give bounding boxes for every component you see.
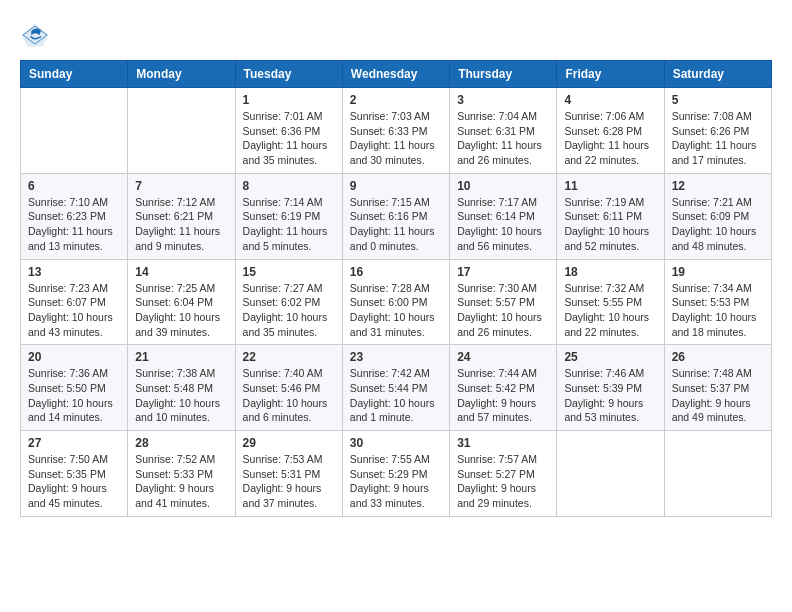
calendar-cell: 12Sunrise: 7:21 AM Sunset: 6:09 PM Dayli…: [664, 173, 771, 259]
calendar-cell: 10Sunrise: 7:17 AM Sunset: 6:14 PM Dayli…: [450, 173, 557, 259]
day-number: 27: [28, 436, 120, 450]
day-info: Sunrise: 7:48 AM Sunset: 5:37 PM Dayligh…: [672, 366, 764, 425]
calendar-cell: 30Sunrise: 7:55 AM Sunset: 5:29 PM Dayli…: [342, 431, 449, 517]
calendar-cell: 18Sunrise: 7:32 AM Sunset: 5:55 PM Dayli…: [557, 259, 664, 345]
calendar-cell: 29Sunrise: 7:53 AM Sunset: 5:31 PM Dayli…: [235, 431, 342, 517]
calendar-cell: 23Sunrise: 7:42 AM Sunset: 5:44 PM Dayli…: [342, 345, 449, 431]
day-number: 25: [564, 350, 656, 364]
day-info: Sunrise: 7:08 AM Sunset: 6:26 PM Dayligh…: [672, 109, 764, 168]
calendar-cell: 20Sunrise: 7:36 AM Sunset: 5:50 PM Dayli…: [21, 345, 128, 431]
calendar-cell: 13Sunrise: 7:23 AM Sunset: 6:07 PM Dayli…: [21, 259, 128, 345]
day-info: Sunrise: 7:28 AM Sunset: 6:00 PM Dayligh…: [350, 281, 442, 340]
day-info: Sunrise: 7:25 AM Sunset: 6:04 PM Dayligh…: [135, 281, 227, 340]
day-info: Sunrise: 7:36 AM Sunset: 5:50 PM Dayligh…: [28, 366, 120, 425]
day-number: 21: [135, 350, 227, 364]
day-info: Sunrise: 7:27 AM Sunset: 6:02 PM Dayligh…: [243, 281, 335, 340]
day-info: Sunrise: 7:40 AM Sunset: 5:46 PM Dayligh…: [243, 366, 335, 425]
day-number: 4: [564, 93, 656, 107]
day-number: 24: [457, 350, 549, 364]
day-number: 29: [243, 436, 335, 450]
day-number: 11: [564, 179, 656, 193]
day-number: 6: [28, 179, 120, 193]
day-number: 3: [457, 93, 549, 107]
day-info: Sunrise: 7:23 AM Sunset: 6:07 PM Dayligh…: [28, 281, 120, 340]
day-number: 14: [135, 265, 227, 279]
calendar-cell: [664, 431, 771, 517]
calendar-header-friday: Friday: [557, 61, 664, 88]
day-number: 16: [350, 265, 442, 279]
calendar-week-row: 27Sunrise: 7:50 AM Sunset: 5:35 PM Dayli…: [21, 431, 772, 517]
day-info: Sunrise: 7:57 AM Sunset: 5:27 PM Dayligh…: [457, 452, 549, 511]
day-info: Sunrise: 7:38 AM Sunset: 5:48 PM Dayligh…: [135, 366, 227, 425]
calendar-cell: 15Sunrise: 7:27 AM Sunset: 6:02 PM Dayli…: [235, 259, 342, 345]
logo: [20, 20, 54, 50]
day-number: 12: [672, 179, 764, 193]
calendar-header-wednesday: Wednesday: [342, 61, 449, 88]
calendar-cell: [21, 88, 128, 174]
calendar-cell: 6Sunrise: 7:10 AM Sunset: 6:23 PM Daylig…: [21, 173, 128, 259]
day-info: Sunrise: 7:50 AM Sunset: 5:35 PM Dayligh…: [28, 452, 120, 511]
calendar-cell: 1Sunrise: 7:01 AM Sunset: 6:36 PM Daylig…: [235, 88, 342, 174]
calendar-header-thursday: Thursday: [450, 61, 557, 88]
calendar-cell: 22Sunrise: 7:40 AM Sunset: 5:46 PM Dayli…: [235, 345, 342, 431]
day-info: Sunrise: 7:10 AM Sunset: 6:23 PM Dayligh…: [28, 195, 120, 254]
day-info: Sunrise: 7:06 AM Sunset: 6:28 PM Dayligh…: [564, 109, 656, 168]
calendar-cell: 5Sunrise: 7:08 AM Sunset: 6:26 PM Daylig…: [664, 88, 771, 174]
svg-marker-0: [22, 24, 49, 47]
day-number: 18: [564, 265, 656, 279]
calendar-cell: 2Sunrise: 7:03 AM Sunset: 6:33 PM Daylig…: [342, 88, 449, 174]
day-number: 15: [243, 265, 335, 279]
day-info: Sunrise: 7:19 AM Sunset: 6:11 PM Dayligh…: [564, 195, 656, 254]
page-header: [20, 20, 772, 50]
day-number: 8: [243, 179, 335, 193]
day-info: Sunrise: 7:12 AM Sunset: 6:21 PM Dayligh…: [135, 195, 227, 254]
day-number: 23: [350, 350, 442, 364]
day-info: Sunrise: 7:52 AM Sunset: 5:33 PM Dayligh…: [135, 452, 227, 511]
day-info: Sunrise: 7:34 AM Sunset: 5:53 PM Dayligh…: [672, 281, 764, 340]
calendar-cell: 4Sunrise: 7:06 AM Sunset: 6:28 PM Daylig…: [557, 88, 664, 174]
day-info: Sunrise: 7:14 AM Sunset: 6:19 PM Dayligh…: [243, 195, 335, 254]
calendar-week-row: 6Sunrise: 7:10 AM Sunset: 6:23 PM Daylig…: [21, 173, 772, 259]
calendar-header-saturday: Saturday: [664, 61, 771, 88]
day-info: Sunrise: 7:01 AM Sunset: 6:36 PM Dayligh…: [243, 109, 335, 168]
calendar-cell: 16Sunrise: 7:28 AM Sunset: 6:00 PM Dayli…: [342, 259, 449, 345]
day-number: 7: [135, 179, 227, 193]
calendar-cell: 14Sunrise: 7:25 AM Sunset: 6:04 PM Dayli…: [128, 259, 235, 345]
calendar-cell: 31Sunrise: 7:57 AM Sunset: 5:27 PM Dayli…: [450, 431, 557, 517]
day-number: 5: [672, 93, 764, 107]
day-number: 9: [350, 179, 442, 193]
day-info: Sunrise: 7:53 AM Sunset: 5:31 PM Dayligh…: [243, 452, 335, 511]
day-info: Sunrise: 7:17 AM Sunset: 6:14 PM Dayligh…: [457, 195, 549, 254]
day-number: 17: [457, 265, 549, 279]
calendar-cell: 3Sunrise: 7:04 AM Sunset: 6:31 PM Daylig…: [450, 88, 557, 174]
day-info: Sunrise: 7:46 AM Sunset: 5:39 PM Dayligh…: [564, 366, 656, 425]
calendar-header-row: SundayMondayTuesdayWednesdayThursdayFrid…: [21, 61, 772, 88]
day-info: Sunrise: 7:21 AM Sunset: 6:09 PM Dayligh…: [672, 195, 764, 254]
day-number: 31: [457, 436, 549, 450]
calendar-cell: 8Sunrise: 7:14 AM Sunset: 6:19 PM Daylig…: [235, 173, 342, 259]
calendar-header-tuesday: Tuesday: [235, 61, 342, 88]
day-number: 20: [28, 350, 120, 364]
day-info: Sunrise: 7:15 AM Sunset: 6:16 PM Dayligh…: [350, 195, 442, 254]
day-number: 26: [672, 350, 764, 364]
day-number: 1: [243, 93, 335, 107]
day-number: 13: [28, 265, 120, 279]
calendar-cell: 21Sunrise: 7:38 AM Sunset: 5:48 PM Dayli…: [128, 345, 235, 431]
day-info: Sunrise: 7:32 AM Sunset: 5:55 PM Dayligh…: [564, 281, 656, 340]
day-info: Sunrise: 7:03 AM Sunset: 6:33 PM Dayligh…: [350, 109, 442, 168]
calendar-week-row: 20Sunrise: 7:36 AM Sunset: 5:50 PM Dayli…: [21, 345, 772, 431]
calendar-cell: 19Sunrise: 7:34 AM Sunset: 5:53 PM Dayli…: [664, 259, 771, 345]
day-info: Sunrise: 7:04 AM Sunset: 6:31 PM Dayligh…: [457, 109, 549, 168]
calendar-cell: 28Sunrise: 7:52 AM Sunset: 5:33 PM Dayli…: [128, 431, 235, 517]
day-number: 2: [350, 93, 442, 107]
day-number: 28: [135, 436, 227, 450]
calendar-week-row: 13Sunrise: 7:23 AM Sunset: 6:07 PM Dayli…: [21, 259, 772, 345]
calendar-cell: 25Sunrise: 7:46 AM Sunset: 5:39 PM Dayli…: [557, 345, 664, 431]
calendar-cell: 27Sunrise: 7:50 AM Sunset: 5:35 PM Dayli…: [21, 431, 128, 517]
calendar-cell: 9Sunrise: 7:15 AM Sunset: 6:16 PM Daylig…: [342, 173, 449, 259]
calendar-cell: [128, 88, 235, 174]
day-info: Sunrise: 7:55 AM Sunset: 5:29 PM Dayligh…: [350, 452, 442, 511]
calendar-cell: [557, 431, 664, 517]
calendar-header-monday: Monday: [128, 61, 235, 88]
day-info: Sunrise: 7:30 AM Sunset: 5:57 PM Dayligh…: [457, 281, 549, 340]
